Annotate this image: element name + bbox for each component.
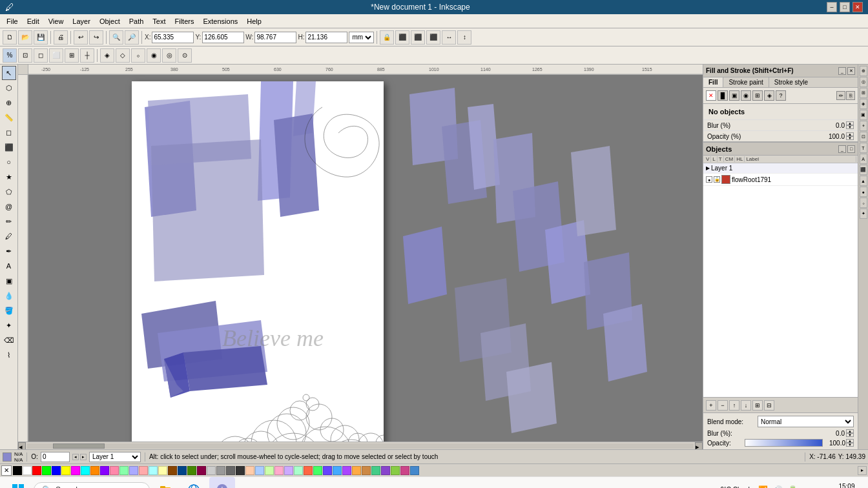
- menu-extensions[interactable]: Extensions: [199, 16, 242, 26]
- blur-spinner[interactable]: ▲ ▼: [846, 121, 854, 129]
- rect-tool[interactable]: ◻: [2, 125, 16, 139]
- star-tool[interactable]: ★: [2, 170, 16, 184]
- color-swatch-37[interactable]: [371, 466, 380, 475]
- snap-10[interactable]: ⬛: [860, 165, 867, 175]
- no-fill-btn[interactable]: ✕: [706, 90, 716, 101]
- menu-path[interactable]: Path: [125, 16, 148, 26]
- snap-grid[interactable]: ⊞: [65, 48, 79, 63]
- h-scrollbar[interactable]: ◂ ▸: [18, 442, 703, 449]
- ungroup-btn[interactable]: ⊟: [764, 400, 774, 411]
- menu-object[interactable]: Object: [96, 16, 124, 26]
- stroke-paint-tab[interactable]: Stroke paint: [723, 77, 769, 87]
- x-input[interactable]: [152, 32, 194, 43]
- color-swatch-26[interactable]: [265, 466, 274, 475]
- spray-tool[interactable]: ✦: [2, 318, 16, 332]
- snap-6[interactable]: ⌖: [860, 121, 867, 131]
- color-swatch-25[interactable]: [255, 466, 264, 475]
- zoom-in-btn[interactable]: 🔍: [109, 30, 123, 45]
- color-swatch-38[interactable]: [381, 466, 390, 475]
- align-center-btn[interactable]: ⬛: [411, 30, 425, 45]
- color-swatch-31[interactable]: [313, 466, 322, 475]
- color-swatch-33[interactable]: [333, 466, 342, 475]
- h-scroll-track[interactable]: [27, 443, 694, 449]
- snap-5[interactable]: ▣: [860, 110, 867, 120]
- minimize-button[interactable]: –: [827, 2, 837, 12]
- canvas-container[interactable]: Believe me: [28, 75, 703, 442]
- search-box[interactable]: 🔍 Search: [34, 482, 150, 489]
- color-swatch-32[interactable]: [323, 466, 332, 475]
- fill-indicator[interactable]: [3, 452, 12, 462]
- unit-select[interactable]: mm px cm in: [349, 32, 374, 43]
- stroke-style-tab[interactable]: Stroke style: [769, 77, 813, 87]
- move-up-btn[interactable]: ↑: [729, 400, 739, 411]
- color-swatch-29[interactable]: [294, 466, 303, 475]
- fill-edit-btn[interactable]: ✏: [836, 91, 845, 100]
- menu-text[interactable]: Text: [149, 16, 169, 26]
- snap-opt2[interactable]: ◇: [116, 48, 130, 63]
- menu-layer[interactable]: Layer: [68, 16, 94, 26]
- linear-grad-btn[interactable]: ▣: [729, 90, 739, 101]
- menu-file[interactable]: File: [3, 16, 22, 26]
- snap-nodes[interactable]: ⊡: [18, 48, 32, 63]
- spiral-tool[interactable]: @: [2, 199, 16, 214]
- snap-opt4[interactable]: ◉: [147, 48, 161, 63]
- vis-icon[interactable]: ●: [706, 176, 712, 183]
- color-swatch-8[interactable]: [90, 466, 99, 475]
- objects-maximize-btn[interactable]: □: [847, 145, 855, 153]
- 3d-box-tool[interactable]: ⬛: [2, 140, 16, 154]
- battery-icon[interactable]: 🔋: [788, 485, 798, 489]
- color-swatch-16[interactable]: [168, 466, 177, 475]
- w-input[interactable]: [254, 32, 296, 43]
- circle-tool[interactable]: ○: [2, 155, 16, 169]
- redo-btn[interactable]: ↪: [89, 30, 103, 45]
- snap-opt1[interactable]: ◈: [100, 48, 114, 63]
- eyedropper-tool[interactable]: 💧: [2, 289, 16, 303]
- opacity-input[interactable]: [41, 452, 70, 462]
- radial-grad-btn[interactable]: ◉: [741, 90, 751, 101]
- eraser-tool[interactable]: ⌫: [2, 333, 16, 347]
- opacity-spinner[interactable]: ▲ ▼: [846, 132, 854, 140]
- snap-9[interactable]: A: [860, 154, 867, 164]
- unset-fill-btn[interactable]: ?: [776, 90, 786, 101]
- fill-tab[interactable]: Fill: [703, 77, 723, 87]
- snap-opt3[interactable]: ⬦: [131, 48, 145, 63]
- pen-tool[interactable]: 🖊: [2, 229, 16, 243]
- snap-4[interactable]: ◈: [860, 99, 867, 109]
- layer-row[interactable]: ▶ Layer 1: [703, 163, 858, 174]
- taskbar-explorer[interactable]: [152, 477, 178, 489]
- color-swatch-11[interactable]: [119, 466, 129, 475]
- scroll-right-btn[interactable]: ▸: [695, 442, 703, 450]
- color-swatch-1[interactable]: [23, 466, 32, 475]
- y-input[interactable]: [202, 32, 244, 43]
- color-swatch-27[interactable]: [274, 466, 284, 475]
- new-btn[interactable]: 🗋: [3, 30, 17, 45]
- color-swatch-13[interactable]: [139, 466, 148, 475]
- open-btn[interactable]: 📂: [18, 30, 32, 45]
- snap-1[interactable]: ⊕: [860, 66, 867, 76]
- menu-edit[interactable]: Edit: [23, 16, 43, 26]
- color-swatch-19[interactable]: [197, 466, 206, 475]
- snap-7[interactable]: ⊡: [860, 132, 867, 142]
- volume-icon[interactable]: 🔊: [773, 485, 783, 489]
- pencil-tool[interactable]: ✏: [2, 214, 16, 229]
- blur-mode-spinner[interactable]: ▲ ▼: [846, 429, 854, 437]
- close-button[interactable]: ✕: [852, 2, 863, 12]
- color-swatch-12[interactable]: [129, 466, 138, 475]
- swatch-fill-btn[interactable]: ◈: [764, 90, 774, 101]
- align-left-btn[interactable]: ⬛: [395, 30, 409, 45]
- connector-tool[interactable]: ⌇: [2, 348, 16, 362]
- color-swatch-40[interactable]: [400, 466, 409, 475]
- scroll-left-btn[interactable]: ◂: [18, 442, 26, 450]
- layer-select[interactable]: Layer 1: [89, 452, 141, 462]
- objects-minimize-btn[interactable]: _: [838, 145, 846, 153]
- color-swatch-41[interactable]: [410, 466, 419, 475]
- color-swatch-21[interactable]: [216, 466, 225, 475]
- move-down-btn[interactable]: ↓: [741, 400, 751, 411]
- opacity-slider[interactable]: [745, 439, 823, 447]
- snap-guides[interactable]: ┼: [80, 48, 94, 63]
- zoom-out-btn[interactable]: 🔎: [125, 30, 139, 45]
- menu-help[interactable]: Help: [243, 16, 265, 26]
- snap-opt6[interactable]: ⊙: [178, 48, 192, 63]
- taskbar-inkscape[interactable]: I: [209, 477, 235, 489]
- snap-page[interactable]: ⬜: [49, 48, 63, 63]
